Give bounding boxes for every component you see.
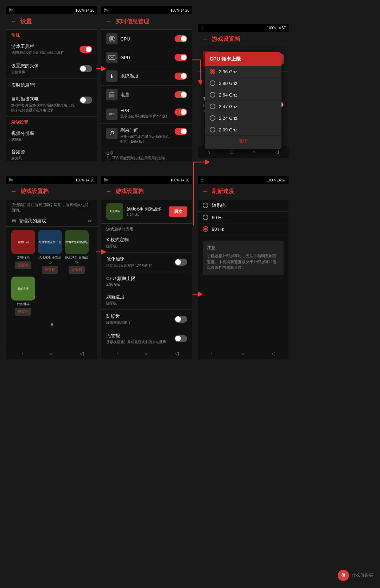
status-bar-1: 淘 100% 14:26 bbox=[6, 6, 97, 14]
realtime-row-fps[interactable]: FPS FPS 显示当前系统帧速率 (Beta 版) bbox=[101, 104, 192, 124]
screen-realtime: 淘 100% 14:26 ← 实时信息管理 bbox=[101, 6, 192, 161]
nav-square-3[interactable]: □ bbox=[230, 149, 233, 155]
nav-home-3[interactable]: ○ bbox=[253, 149, 255, 155]
game-detail-title: 游戏设置档 bbox=[115, 188, 144, 195]
cpu-freq-224[interactable]: 2.24 Ghz bbox=[205, 112, 281, 124]
nav-back-5[interactable]: ◁ bbox=[175, 351, 179, 356]
wild-settings-btn[interactable]: 设置档 bbox=[15, 261, 31, 269]
battery-toggle[interactable] bbox=[175, 91, 187, 98]
nav-home-4[interactable]: ○ bbox=[50, 351, 53, 356]
nav-back-6[interactable]: ◁ bbox=[271, 351, 275, 356]
pubg2-start-button[interactable]: 启动 bbox=[169, 206, 187, 217]
cpu-freq-264[interactable]: 2.64 Ghz bbox=[205, 89, 281, 101]
status-left-1: 淘 bbox=[9, 8, 13, 13]
optimize-toggle[interactable] bbox=[175, 259, 187, 266]
realtime-row-temp[interactable]: 🌡 系统温度 bbox=[101, 67, 192, 86]
wild-card-name: 荒野行动 bbox=[11, 255, 35, 260]
reject-call-toggle[interactable] bbox=[80, 97, 92, 104]
nav-bar-4: □ ○ ◁ bbox=[6, 347, 97, 359]
nav-home-5[interactable]: ○ bbox=[145, 351, 148, 356]
row-toolbar[interactable]: 游戏工具栏 选择哪些应用自动启动游戏工具栏 bbox=[6, 40, 97, 59]
nav-back-3-left[interactable]: ∨ bbox=[208, 149, 211, 155]
nav-back-3[interactable]: ◁ bbox=[275, 149, 279, 155]
status-right-5: 100% 14:26 bbox=[171, 178, 189, 182]
realtime-row-time[interactable]: ⏱ 剩余时间 根据当前电池电量显示预测剩余时间（Beta 版） bbox=[101, 124, 192, 148]
radio-60hz bbox=[203, 215, 208, 220]
game-card-pubg2[interactable]: 绝地求生刺激战场 绝地求生 刺激战场 设置档 bbox=[65, 230, 89, 274]
cpu-freq-cancel[interactable]: 取消 bbox=[239, 138, 248, 144]
row-avatar[interactable]: 设置您的头像 自拍录像 bbox=[6, 59, 97, 79]
status-bar-6: ⊡ 100% 14:57 bbox=[198, 176, 289, 184]
refresh-system[interactable]: 随系统 bbox=[198, 199, 289, 212]
resolution-label: 视频分辨率 bbox=[11, 130, 34, 137]
back-icon-2[interactable]: ← bbox=[106, 18, 112, 25]
row-reject-call[interactable]: 自动拒接来电 游戏中如开启游戏时间拒接所以来电，拒接来电仍会显示在来电记录 bbox=[6, 92, 97, 117]
resolution-sublabel: 1080p bbox=[11, 137, 34, 141]
svg-rect-1 bbox=[110, 37, 113, 40]
nav-home-6[interactable]: ○ bbox=[241, 351, 244, 356]
nav-square-5[interactable]: □ bbox=[115, 351, 118, 356]
antialias-toggle[interactable] bbox=[175, 316, 187, 323]
minecraft-settings-btn[interactable]: 设置档 bbox=[15, 308, 31, 316]
game-card-pubg1[interactable]: 绝地求生全军出击 绝地求生 全军出击 设置档 bbox=[38, 230, 62, 274]
refresh-header: ← 刷新速度 bbox=[198, 184, 289, 199]
fps-toggle[interactable] bbox=[175, 109, 187, 116]
status-left-2: 淘 bbox=[104, 8, 108, 13]
nav-bar-5: □ ○ ◁ bbox=[101, 347, 192, 359]
status-left-5: 淘 bbox=[104, 178, 108, 182]
back-icon-1[interactable]: ← bbox=[11, 18, 17, 25]
svg-rect-19 bbox=[111, 92, 113, 92]
fps-label: FPS bbox=[120, 108, 167, 113]
back-icon-6[interactable]: ← bbox=[202, 188, 208, 195]
nav-square-4[interactable]: □ bbox=[20, 351, 23, 356]
detail-row-cpu-freq[interactable]: CPU 频率上限 2.96 Ghz bbox=[101, 272, 192, 290]
detail-row-optimize[interactable]: 优化加速 移除后台应用程序以释放内存 bbox=[101, 253, 192, 272]
reject-call-label: 自动拒接来电 bbox=[11, 96, 77, 102]
cpu-toggle[interactable] bbox=[175, 35, 187, 42]
refresh-90hz[interactable]: 90 Hz bbox=[198, 223, 289, 235]
realtime-row-battery[interactable]: 电量 bbox=[101, 86, 192, 104]
cpu-freq-209[interactable]: 2.09 Ghz bbox=[205, 124, 281, 136]
cpu-freq-280[interactable]: 2.80 Ghz bbox=[205, 78, 281, 89]
detail-row-no-alert[interactable]: 无警报 屏蔽横幅通知并优化游戏中的来电显示 bbox=[101, 329, 192, 348]
remaining-label: 剩余时间 bbox=[120, 127, 170, 134]
row-audio[interactable]: 音频源 麦克风 bbox=[6, 145, 97, 161]
pubg2-settings-btn[interactable]: 设置档 bbox=[69, 266, 85, 274]
detail-row-antialias[interactable]: 防锯齿 降低图像粗糙度 bbox=[101, 310, 192, 329]
gpu-toggle[interactable] bbox=[175, 54, 187, 61]
cpu-freq-296[interactable]: 2.96 Ghz bbox=[205, 66, 281, 78]
manage-games-label[interactable]: 管理我的游戏 bbox=[19, 218, 46, 224]
toolbar-toggle[interactable] bbox=[80, 46, 92, 53]
status-left-4: 淘 bbox=[9, 178, 13, 182]
row-realtime[interactable]: 实时信息管理 bbox=[6, 79, 97, 92]
detail-row-refresh[interactable]: 刷新速度 随系统 bbox=[101, 290, 192, 310]
antialias-sublabel: 降低图像粗糙度 bbox=[106, 320, 172, 325]
pubg1-settings-btn[interactable]: 设置档 bbox=[42, 266, 58, 274]
audio-sublabel: 麦克风 bbox=[11, 156, 25, 161]
back-icon-4[interactable]: ← bbox=[11, 188, 17, 195]
screen-game-detail: 淘 100% 14:26 ← 游戏设置档 刺激战场 绝地求生 刺激战场 1.14… bbox=[101, 176, 192, 359]
label-system: 随系统 bbox=[212, 202, 226, 209]
temp-toggle[interactable] bbox=[175, 73, 187, 80]
realtime-row-gpu[interactable]: GPU bbox=[101, 48, 192, 67]
radio-system bbox=[203, 203, 208, 208]
back-icon-3[interactable]: ← bbox=[202, 36, 208, 43]
back-icon-5[interactable]: ← bbox=[106, 188, 112, 195]
cpu-freq-247[interactable]: 2.47 Ghz bbox=[205, 101, 281, 112]
game-card-wild[interactable]: 荒野行动 荒野行动 设置档 bbox=[11, 230, 35, 274]
row-resolution[interactable]: 视频分辨率 1080p bbox=[6, 127, 97, 145]
refresh-60hz[interactable]: 60 Hz bbox=[198, 212, 289, 223]
detail-row-xmode[interactable]: X 模式定制 随系统 bbox=[101, 233, 192, 253]
temp-label: 系统温度 bbox=[120, 73, 139, 79]
game-card-minecraft[interactable]: 我的世界 我的世界 设置档 bbox=[11, 277, 35, 316]
realtime-row-cpu[interactable]: CPU bbox=[101, 30, 192, 48]
wild-title: 游戏设置档 bbox=[212, 36, 240, 43]
screen-game-list: 淘 100% 14:26 ← 游戏设置档 所选项目将在游戏启动后应用，游戏精灵也… bbox=[6, 176, 97, 359]
avatar-toggle[interactable] bbox=[80, 65, 92, 72]
detail-no-alert-toggle[interactable] bbox=[175, 335, 187, 342]
edit-icon[interactable]: ✏ bbox=[88, 218, 92, 224]
time-toggle[interactable] bbox=[175, 128, 187, 135]
nav-square-6[interactable]: □ bbox=[211, 351, 214, 356]
radio-209 bbox=[210, 127, 215, 132]
nav-back-4[interactable]: ◁ bbox=[80, 351, 84, 356]
